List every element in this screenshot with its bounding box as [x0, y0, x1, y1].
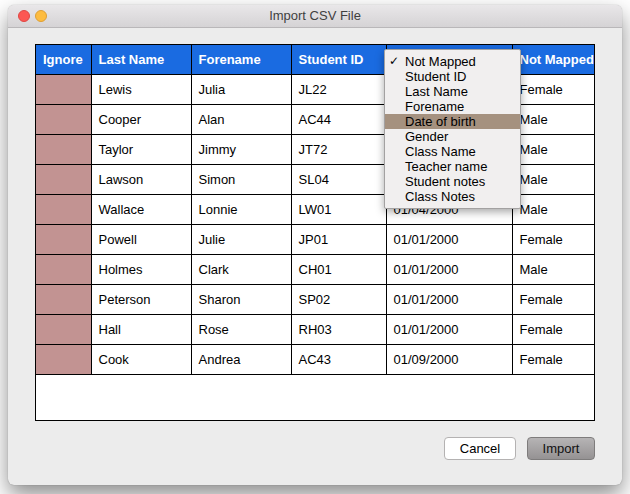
checkmark-icon: ✓	[389, 54, 403, 69]
cell-gender: Male	[512, 135, 594, 165]
cell-student-id: RH03	[291, 315, 386, 345]
cell-forename: Julie	[191, 225, 291, 255]
menu-item-label: Teacher name	[405, 159, 487, 174]
cell-last-name: Cook	[91, 345, 191, 375]
cell-gender: Female	[512, 285, 594, 315]
cell-forename: Andrea	[191, 345, 291, 375]
menu-item-student-id[interactable]: Student ID	[385, 69, 520, 84]
menu-item-gender[interactable]: Gender	[385, 129, 520, 144]
table-row: Holmes Clark CH01 01/01/2000 Male	[36, 255, 594, 285]
cell-last-name: Lawson	[91, 165, 191, 195]
cell-forename: Jimmy	[191, 135, 291, 165]
cell-student-id: SL04	[291, 165, 386, 195]
cell-last-name: Holmes	[91, 255, 191, 285]
cell-last-name: Peterson	[91, 285, 191, 315]
menu-item-label: Date of birth	[405, 114, 476, 129]
menu-item-label: Gender	[405, 129, 448, 144]
menu-item-forename[interactable]: Forename	[385, 99, 520, 114]
ignore-cell[interactable]	[36, 105, 91, 135]
table-row: Powell Julie JP01 01/01/2000 Female	[36, 225, 594, 255]
menu-item-class-name[interactable]: Class Name	[385, 144, 520, 159]
import-button[interactable]: Import	[527, 437, 595, 460]
cell-gender: Male	[512, 255, 594, 285]
cell-gender: Male	[512, 195, 594, 225]
column-header-student-id[interactable]: Student ID	[291, 45, 386, 75]
cell-gender: Male	[512, 105, 594, 135]
ignore-cell[interactable]	[36, 345, 91, 375]
cell-student-id: LW01	[291, 195, 386, 225]
cell-dob: 01/09/2000	[386, 345, 512, 375]
menu-item-label: Not Mapped	[405, 54, 476, 69]
cancel-button[interactable]: Cancel	[444, 437, 516, 460]
ignore-cell[interactable]	[36, 195, 91, 225]
cell-forename: Clark	[191, 255, 291, 285]
column-header-not-mapped[interactable]: Not Mapped	[512, 45, 594, 75]
table-row: Peterson Sharon SP02 01/01/2000 Female	[36, 285, 594, 315]
column-mapping-menu: ✓ Not Mapped Student ID Last Name Forena…	[384, 49, 521, 209]
cell-student-id: JT72	[291, 135, 386, 165]
menu-item-date-of-birth[interactable]: Date of birth	[385, 114, 520, 129]
menu-item-teacher-name[interactable]: Teacher name	[385, 159, 520, 174]
menu-item-label: Forename	[405, 99, 464, 114]
menu-item-label: Class Notes	[405, 189, 475, 204]
menu-item-class-notes[interactable]: Class Notes	[385, 189, 520, 204]
menu-item-not-mapped[interactable]: ✓ Not Mapped	[385, 54, 520, 69]
cell-student-id: JP01	[291, 225, 386, 255]
menu-item-label: Class Name	[405, 144, 476, 159]
cell-gender: Female	[512, 225, 594, 255]
import-csv-window: Import CSV File Ignore Last Name Forenam…	[8, 5, 622, 485]
column-header-last-name[interactable]: Last Name	[91, 45, 191, 75]
titlebar[interactable]: Import CSV File	[8, 5, 622, 28]
ignore-cell[interactable]	[36, 315, 91, 345]
cell-student-id: JL22	[291, 75, 386, 105]
menu-item-label: Student ID	[405, 69, 466, 84]
cell-last-name: Taylor	[91, 135, 191, 165]
menu-item-student-notes[interactable]: Student notes	[385, 174, 520, 189]
menu-item-label: Student notes	[405, 174, 485, 189]
ignore-cell[interactable]	[36, 75, 91, 105]
table-row: Hall Rose RH03 01/01/2000 Female	[36, 315, 594, 345]
menu-item-last-name[interactable]: Last Name	[385, 84, 520, 99]
ignore-cell[interactable]	[36, 135, 91, 165]
cell-gender: Female	[512, 345, 594, 375]
cell-last-name: Powell	[91, 225, 191, 255]
cell-gender: Male	[512, 165, 594, 195]
cell-last-name: Lewis	[91, 75, 191, 105]
cell-gender: Female	[512, 315, 594, 345]
window-title: Import CSV File	[8, 5, 622, 27]
cell-forename: Simon	[191, 165, 291, 195]
cell-student-id: AC43	[291, 345, 386, 375]
ignore-cell[interactable]	[36, 255, 91, 285]
cell-last-name: Cooper	[91, 105, 191, 135]
cell-student-id: CH01	[291, 255, 386, 285]
ignore-cell[interactable]	[36, 285, 91, 315]
menu-item-label: Last Name	[405, 84, 468, 99]
cell-forename: Alan	[191, 105, 291, 135]
screen: Import CSV File Ignore Last Name Forenam…	[0, 0, 630, 494]
cell-gender: Female	[512, 75, 594, 105]
ignore-cell[interactable]	[36, 165, 91, 195]
cell-last-name: Wallace	[91, 195, 191, 225]
cell-dob: 01/01/2000	[386, 315, 512, 345]
cell-student-id: AC44	[291, 105, 386, 135]
cell-dob: 01/01/2000	[386, 225, 512, 255]
column-header-ignore[interactable]: Ignore	[36, 45, 91, 75]
cell-last-name: Hall	[91, 315, 191, 345]
cell-dob: 01/01/2000	[386, 285, 512, 315]
ignore-cell[interactable]	[36, 225, 91, 255]
cell-forename: Sharon	[191, 285, 291, 315]
cell-forename: Julia	[191, 75, 291, 105]
column-header-forename[interactable]: Forename	[191, 45, 291, 75]
cell-forename: Lonnie	[191, 195, 291, 225]
table-row: Cook Andrea AC43 01/09/2000 Female	[36, 345, 594, 375]
cell-dob: 01/01/2000	[386, 255, 512, 285]
cell-student-id: SP02	[291, 285, 386, 315]
cell-forename: Rose	[191, 315, 291, 345]
